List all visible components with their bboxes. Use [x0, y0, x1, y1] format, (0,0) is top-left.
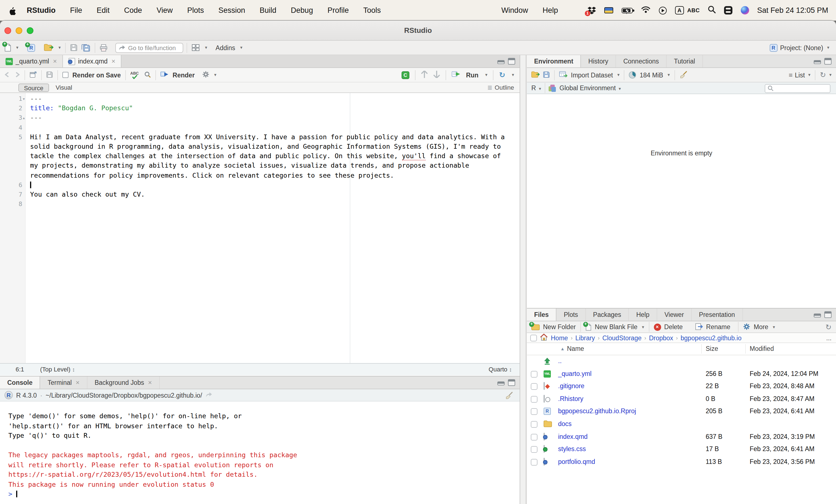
file-row[interactable]: portfolio.qmd113 BFeb 23, 2024, 3:56 PM	[527, 456, 836, 469]
file-row[interactable]: bgpopescu2.github.io.Rproj205 BFeb 23, 2…	[527, 406, 836, 418]
file-row[interactable]: .Rhistory0 BFeb 23, 2024, 8:47 AM	[527, 393, 836, 406]
environment-tab-environment[interactable]: Environment	[527, 55, 581, 67]
menu-edit[interactable]: Edit	[89, 6, 117, 15]
file-checkbox[interactable]	[531, 446, 537, 453]
menu-window[interactable]: Window	[494, 6, 535, 15]
render-button[interactable]: Render	[173, 72, 195, 78]
editor-tab-index.qmd[interactable]: index.qmd×	[63, 55, 121, 67]
file-name[interactable]: _quarto.yml	[558, 370, 591, 377]
environment-selector[interactable]: Global Environment ▾	[559, 85, 621, 91]
maximize-pane-icon[interactable]	[824, 58, 832, 64]
print-button[interactable]	[100, 44, 108, 52]
new-blank-file-dropdown[interactable]: ▾	[642, 324, 644, 329]
file-name[interactable]: styles.css	[558, 446, 586, 452]
save-all-button[interactable]	[81, 44, 90, 52]
title-bar[interactable]: RStudio	[0, 21, 836, 41]
open-recent-dropdown[interactable]: ▾	[58, 45, 61, 50]
menu-plots[interactable]: Plots	[180, 6, 211, 15]
close-tab-icon[interactable]: ×	[148, 379, 152, 387]
wifi-icon[interactable]	[641, 6, 650, 15]
new-project-button[interactable]: R +	[27, 44, 35, 52]
breadcrumb-cloudstorage[interactable]: CloudStorage	[602, 334, 642, 341]
menu-profile[interactable]: Profile	[320, 6, 356, 15]
input-a-icon[interactable]: A	[675, 6, 684, 15]
menu-help[interactable]: Help	[535, 6, 565, 15]
clear-console-icon[interactable]	[505, 391, 513, 401]
memory-dropdown[interactable]: ▾	[667, 72, 670, 77]
new-file-dropdown[interactable]: ▾	[16, 45, 18, 50]
breadcrumb-dropbox[interactable]: Dropbox	[649, 334, 673, 341]
breadcrumb-home[interactable]: Home	[551, 334, 568, 341]
menu-session[interactable]: Session	[211, 6, 252, 15]
menu-code[interactable]: Code	[117, 6, 150, 15]
back-icon[interactable]	[4, 72, 10, 78]
view-mode-button[interactable]: List	[795, 72, 805, 78]
more-dropdown[interactable]: ▾	[773, 324, 775, 329]
file-type-selector[interactable]: Quarto ↕	[489, 366, 512, 372]
more-button[interactable]: More	[754, 324, 768, 330]
view-mode-dropdown[interactable]: ▾	[808, 72, 810, 77]
pane-layout-icon[interactable]	[192, 44, 200, 51]
menu-file[interactable]: File	[63, 6, 90, 15]
breadcrumb-overflow[interactable]: ...	[826, 334, 832, 341]
file-name[interactable]: index.qmd	[558, 433, 588, 440]
maximize-pane-icon[interactable]	[508, 58, 515, 64]
run-next-icon[interactable]	[433, 71, 440, 79]
file-checkbox[interactable]	[531, 383, 537, 390]
run-button[interactable]: Run	[466, 72, 478, 78]
save-workspace-icon[interactable]	[543, 71, 550, 79]
environment-tab-history[interactable]: History	[581, 55, 616, 67]
open-directory-icon[interactable]	[206, 392, 212, 399]
fold-marker-icon[interactable]: ▴	[23, 113, 25, 123]
console-tab-terminal[interactable]: Terminal×	[40, 376, 88, 389]
scope-selector[interactable]: (Top Level) ↕	[40, 366, 75, 372]
render-on-save-checkbox[interactable]	[62, 72, 69, 78]
siri-icon[interactable]	[741, 6, 749, 15]
minimize-pane-icon[interactable]	[814, 60, 821, 64]
environment-tab-tutorial[interactable]: Tutorial	[667, 55, 703, 67]
fold-marker-icon[interactable]: ▾	[23, 94, 25, 103]
import-dataset-button[interactable]: Import Dataset	[571, 72, 613, 78]
file-name[interactable]: docs	[558, 421, 572, 427]
file-checkbox[interactable]	[531, 396, 537, 403]
files-tab-help[interactable]: Help	[629, 309, 657, 321]
display-flag-icon[interactable]	[604, 7, 613, 13]
render-settings-icon[interactable]	[202, 71, 209, 79]
menu-clock[interactable]: Sat Feb 24 12:05 PM	[757, 6, 828, 15]
insert-chunk-icon[interactable]: C	[401, 71, 409, 79]
files-tab-viewer[interactable]: Viewer	[657, 309, 692, 321]
file-checkbox[interactable]	[531, 371, 537, 377]
spotlight-search-icon[interactable]	[708, 5, 716, 15]
file-row[interactable]: ..	[527, 355, 836, 368]
goto-file-search[interactable]: Go to file/function	[115, 43, 183, 53]
minimize-pane-icon[interactable]	[497, 382, 505, 385]
delete-button[interactable]: Delete	[664, 324, 683, 330]
close-tab-icon[interactable]: ×	[53, 57, 57, 65]
file-name[interactable]: .Rhistory	[558, 395, 584, 402]
new-file-button[interactable]: +	[4, 43, 11, 52]
file-row[interactable]: _quarto.yml256 BFeb 24, 2024, 12:04 PM	[527, 368, 836, 380]
render-dropdown[interactable]: ▾	[214, 72, 216, 77]
console-tab-background-jobs[interactable]: Background Jobs×	[88, 376, 160, 389]
file-row[interactable]: .gitignore22 BFeb 23, 2024, 8:48 AM	[527, 380, 836, 393]
environment-tab-connections[interactable]: Connections	[616, 55, 667, 67]
editor-tab-_quarto.yml[interactable]: _quarto.yml×	[0, 55, 63, 67]
console-prompt-line[interactable]: >	[8, 489, 520, 499]
file-row[interactable]: index.qmd637 BFeb 23, 2024, 3:19 PM	[527, 431, 836, 443]
files-tab-presentation[interactable]: Presentation	[692, 309, 743, 321]
file-name[interactable]: .gitignore	[558, 383, 585, 389]
close-tab-icon[interactable]: ×	[111, 57, 115, 65]
refresh-dropdown[interactable]: ▾	[829, 72, 832, 77]
pane-divider[interactable]	[520, 55, 526, 504]
files-tab-plots[interactable]: Plots	[556, 309, 586, 321]
file-row[interactable]: styles.css17 BFeb 23, 2024, 6:41 AM	[527, 443, 836, 456]
outline-button[interactable]: ≣ Outline	[487, 84, 514, 91]
refresh-files-icon[interactable]: ↻	[825, 323, 832, 331]
find-replace-icon[interactable]	[144, 71, 151, 79]
project-menu[interactable]: R Project: (None) ▾	[770, 44, 836, 52]
menu-rstudio[interactable]: RStudio	[19, 6, 63, 15]
maximize-pane-icon[interactable]	[824, 311, 832, 318]
save-icon[interactable]	[46, 71, 53, 79]
new-blank-file-button[interactable]: New Blank File	[595, 324, 638, 330]
file-name[interactable]: ..	[558, 357, 562, 364]
